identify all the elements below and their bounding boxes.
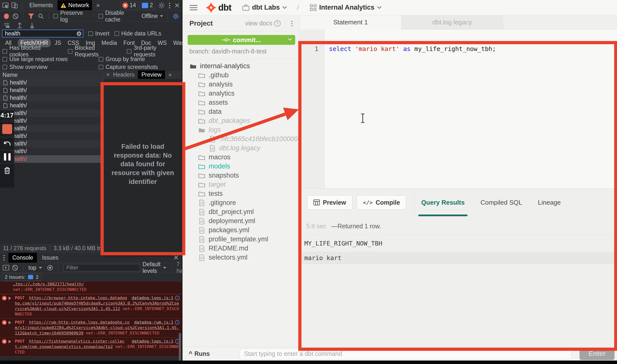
record-network-log-icon[interactable] xyxy=(4,14,9,19)
file-tree-item[interactable]: analytics xyxy=(183,89,300,98)
file-tree-item[interactable]: assets xyxy=(183,98,300,107)
inspect-element-icon[interactable] xyxy=(2,2,9,9)
tab-headers[interactable]: Headers xyxy=(113,71,134,78)
network-request-row[interactable]: health/ xyxy=(0,125,104,132)
info-icon[interactable] xyxy=(175,320,180,325)
view-docs-link[interactable]: view docs ? xyxy=(245,20,281,27)
live-expression-eye-icon[interactable] xyxy=(47,265,54,271)
settings-gear-icon[interactable] xyxy=(158,2,165,9)
network-request-row[interactable]: health/ xyxy=(0,148,104,155)
file-tree-item[interactable]: deployment.yml xyxy=(183,216,300,226)
enter-button[interactable]: Enter xyxy=(580,348,615,360)
group-by-frame-checkbox[interactable]: Group by frame xyxy=(99,56,145,63)
export-har-icon[interactable] xyxy=(29,22,35,28)
network-request-row[interactable]: health/ xyxy=(0,79,104,86)
file-tree-item[interactable]: models xyxy=(183,162,300,171)
more-tabs-chevron[interactable]: » xyxy=(93,0,103,10)
file-tree-item[interactable]: logs xyxy=(183,125,300,134)
file-tree-item[interactable]: snapshots xyxy=(183,171,300,180)
file-tree-item[interactable]: internal-analytics xyxy=(183,62,300,71)
network-request-row[interactable]: health/ xyxy=(0,94,104,102)
devtools-menu-icon[interactable] xyxy=(169,2,170,9)
network-filter-input[interactable] xyxy=(2,30,83,37)
request-url-link[interactable]: …tps://…tob/o.5062171/health/ xyxy=(13,282,84,286)
file-tree-item[interactable]: dbt_packages xyxy=(183,116,300,125)
expand-triangle-icon[interactable] xyxy=(9,340,13,343)
tab-network[interactable]: Network xyxy=(57,0,92,10)
network-request-row[interactable]: health/ xyxy=(0,109,104,117)
file-tree-item[interactable]: .nfc3665c416bfecb1000000cf xyxy=(183,134,300,144)
log-levels-select[interactable]: Default levels xyxy=(143,261,161,274)
commit-button[interactable]: commit... xyxy=(188,35,295,45)
undo-button[interactable] xyxy=(0,137,14,150)
network-request-row[interactable]: health/ xyxy=(0,155,104,163)
file-tree-item[interactable]: profile_template.yml xyxy=(183,235,300,244)
more-detail-tabs-chevron[interactable]: » xyxy=(168,71,172,78)
file-tree-item[interactable]: dbt.log.legacy xyxy=(183,144,300,153)
file-tree-item[interactable]: analysis xyxy=(183,80,300,89)
name-column-header[interactable]: Name xyxy=(0,71,104,79)
issues-counter-button[interactable]: 2 Issues: 2 xyxy=(2,273,41,281)
source-link[interactable]: datadog-rum.js:1 xyxy=(134,320,173,325)
console-scrollbar[interactable] xyxy=(179,333,181,362)
network-request-row[interactable]: health/ xyxy=(0,140,104,148)
tab-issues[interactable]: Issues xyxy=(38,253,62,263)
file-tree-item[interactable]: selectors.yml xyxy=(183,253,300,262)
network-request-row[interactable]: health/ xyxy=(0,102,104,109)
network-conditions-gear-icon[interactable] xyxy=(172,13,179,20)
code-line[interactable]: select 'mario kart' as my_life_right_now… xyxy=(325,30,617,188)
runs-toggle[interactable]: ^ Runs xyxy=(189,350,210,358)
error-count-badge[interactable]: 14 xyxy=(120,1,138,9)
tab-console[interactable]: Console xyxy=(8,253,37,263)
preserve-log-checkbox[interactable]: Preserve log xyxy=(53,10,89,23)
expand-triangle-icon[interactable] xyxy=(9,321,13,324)
results-tab[interactable]: Lineage xyxy=(538,189,561,216)
device-toolbar-icon[interactable] xyxy=(11,2,18,9)
context-selector[interactable]: top xyxy=(28,265,36,271)
clear-network-log-icon[interactable] xyxy=(12,13,19,19)
tab-preview[interactable]: Preview xyxy=(138,70,165,79)
file-tree-item[interactable]: data xyxy=(183,107,300,116)
throttling-select[interactable]: Offline xyxy=(142,13,158,19)
filter-icon[interactable] xyxy=(28,13,34,19)
console-sidebar-icon[interactable] xyxy=(2,265,9,271)
account-switcher[interactable]: dbt Labs xyxy=(242,4,287,11)
result-column-header[interactable]: MY_LIFE_RIGHT_NOW_TBH xyxy=(300,234,617,252)
use-large-request-rows-checkbox[interactable]: Use large request rows xyxy=(2,56,92,63)
network-request-row[interactable]: health/ xyxy=(0,132,104,140)
file-tree-item[interactable]: .github xyxy=(183,71,300,80)
results-tab[interactable]: Query Results xyxy=(421,189,465,216)
network-request-row[interactable]: health/ xyxy=(0,117,104,125)
results-tab[interactable]: Compiled SQL xyxy=(480,189,522,216)
pause-recording-button[interactable] xyxy=(0,150,14,164)
console-menu-icon[interactable] xyxy=(3,254,5,261)
close-devtools-icon[interactable] xyxy=(174,3,180,8)
hide-data-urls-checkbox[interactable]: Hide data URLs xyxy=(114,30,161,37)
file-tree-item[interactable]: macros xyxy=(183,153,300,162)
clear-console-icon[interactable] xyxy=(12,265,18,271)
import-har-icon[interactable] xyxy=(17,22,23,28)
close-detail-icon[interactable]: × xyxy=(106,71,109,78)
dbt-logo[interactable]: dbt xyxy=(205,2,231,13)
delete-recording-button[interactable] xyxy=(0,164,14,178)
issue-count-badge[interactable]: 2 xyxy=(140,1,155,9)
file-tree-item[interactable]: target xyxy=(183,180,300,189)
show-overview-checkbox[interactable]: Show overview xyxy=(2,64,92,70)
file-tree-item[interactable]: .gitignore xyxy=(183,198,300,207)
result-row[interactable]: mario kart xyxy=(300,252,617,264)
file-tree-item[interactable]: dbt_project.yml xyxy=(183,207,300,216)
compile-button[interactable]: </> Compile xyxy=(357,195,406,210)
file-tree-item[interactable]: README.md xyxy=(183,244,300,253)
sidebar-menu[interactable] xyxy=(285,18,295,28)
info-icon[interactable] xyxy=(175,296,180,300)
source-link[interactable]: datadog-logs.js:1 xyxy=(132,295,173,301)
clear-filter-icon[interactable] xyxy=(77,31,81,36)
hamburger-menu-icon[interactable] xyxy=(190,5,198,10)
editor-tab[interactable]: dbt.log.legacy xyxy=(401,15,503,29)
shape-color-swatch[interactable] xyxy=(0,121,14,137)
network-throttle-icon[interactable] xyxy=(3,22,10,28)
preview-button[interactable]: Preview xyxy=(307,195,352,210)
tab-elements[interactable]: Elements xyxy=(26,0,56,10)
file-tree-item[interactable]: tests xyxy=(183,189,300,198)
capture-screenshots-checkbox[interactable]: Capture screenshots xyxy=(99,64,158,70)
